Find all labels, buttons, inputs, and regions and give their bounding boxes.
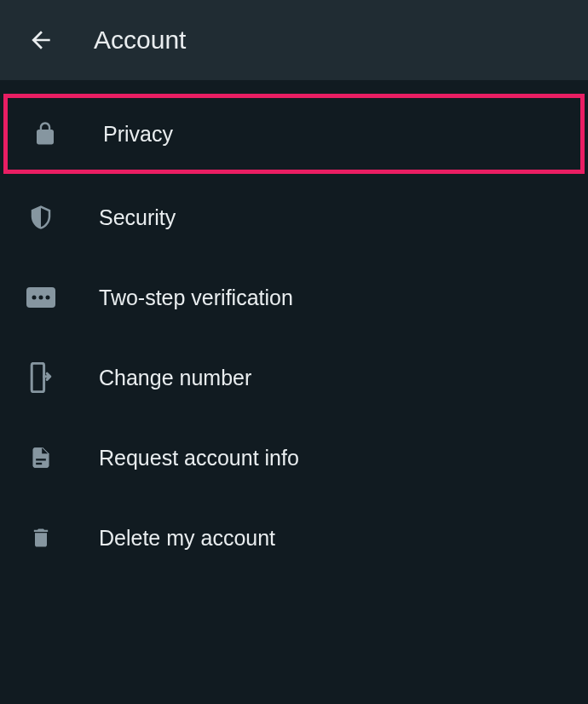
change-icon	[20, 362, 61, 393]
svg-rect-5	[36, 459, 46, 460]
menu-item-label: Request account info	[99, 446, 299, 470]
svg-rect-6	[36, 463, 42, 465]
menu-item-security[interactable]: Security	[0, 177, 588, 257]
back-arrow-icon	[27, 26, 55, 54]
svg-point-3	[46, 296, 50, 300]
dots-icon	[20, 287, 61, 308]
svg-rect-4	[32, 363, 43, 392]
header: Account	[0, 0, 588, 80]
back-button[interactable]	[20, 20, 61, 61]
menu-item-label: Change number	[99, 366, 251, 390]
menu-item-privacy[interactable]: Privacy	[3, 94, 585, 174]
document-icon	[20, 443, 61, 472]
trash-icon	[20, 523, 61, 552]
menu-list: Privacy Security Two-step verification	[0, 80, 588, 578]
menu-item-label: Security	[99, 205, 176, 230]
menu-item-label: Two-step verification	[99, 286, 293, 310]
svg-point-2	[39, 296, 43, 300]
menu-item-label: Delete my account	[99, 526, 275, 551]
page-title: Account	[94, 26, 186, 55]
menu-item-change-number[interactable]: Change number	[0, 338, 588, 418]
shield-icon	[20, 202, 61, 233]
menu-item-label: Privacy	[103, 122, 173, 147]
menu-item-request-info[interactable]: Request account info	[0, 418, 588, 498]
lock-icon	[25, 118, 66, 149]
menu-item-two-step[interactable]: Two-step verification	[0, 257, 588, 338]
menu-item-delete-account[interactable]: Delete my account	[0, 498, 588, 578]
svg-point-1	[32, 296, 37, 300]
